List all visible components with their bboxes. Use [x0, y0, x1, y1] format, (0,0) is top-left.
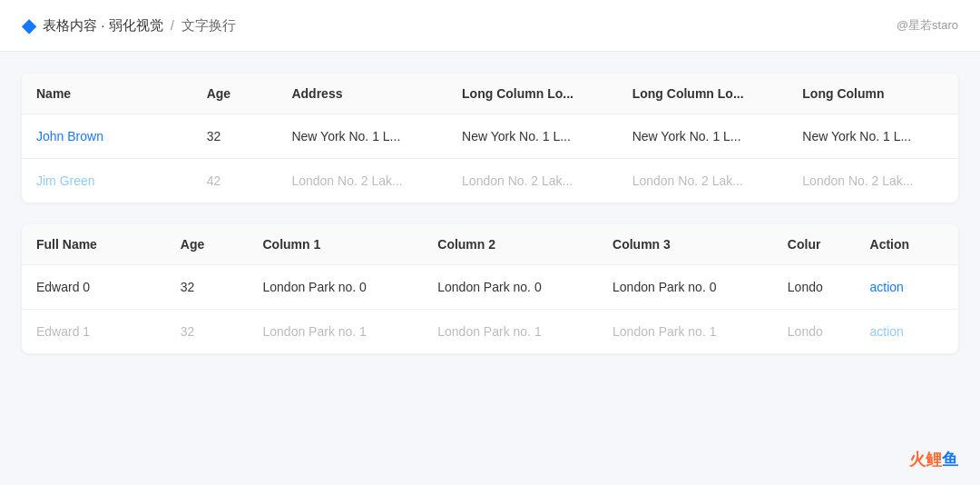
row2-long2: London No. 2 Lak... [618, 159, 789, 203]
table1-col-address: Address [277, 74, 447, 114]
row1-long2: New York No. 1 L... [618, 114, 789, 159]
t2-row2-col1: London Park no. 1 [248, 310, 423, 354]
table1-col-long2: Long Column Lo... [618, 74, 789, 114]
watermark: 火鲤鱼 [909, 449, 958, 470]
t2-row1-col3: London Park no. 0 [598, 265, 773, 310]
table2-container: Full Name Age Column 1 Column 2 Column 3… [22, 224, 958, 353]
table1-header-row: Name Age Address Long Column Lo... Long … [22, 74, 958, 114]
row1-long1: New York No. 1 L... [447, 114, 618, 159]
table-row: Jim Green 42 London No. 2 Lak... London … [22, 159, 958, 203]
table1-col-name: Name [22, 74, 192, 114]
table2-col-col1: Column 1 [248, 224, 423, 265]
table-row: Edward 1 32 London Park no. 1 London Par… [22, 310, 958, 354]
t2-row1-col4: Londo [773, 265, 856, 310]
watermark-fire: 火鲤 [909, 450, 942, 469]
row2-name[interactable]: Jim Green [22, 159, 192, 203]
t2-row2-fullname: Edward 1 [22, 310, 166, 354]
table2-col-action: Action [856, 224, 958, 265]
table-row: John Brown 32 New York No. 1 L... New Yo… [22, 114, 958, 159]
table2-col-fullname: Full Name [22, 224, 166, 265]
page: ◆ 表格内容 · 弱化视觉 / 文字换行 @星若staro Name Age A… [0, 0, 980, 485]
content: Name Age Address Long Column Lo... Long … [0, 52, 980, 375]
table2-col-col3: Column 3 [598, 224, 773, 265]
header-brand: @星若staro [897, 17, 958, 34]
row2-age: 42 [192, 159, 278, 203]
logo-icon: ◆ [22, 15, 35, 36]
table1-col-long1: Long Column Lo... [447, 74, 618, 114]
row1-long3: New York No. 1 L... [788, 114, 958, 159]
table1: Name Age Address Long Column Lo... Long … [22, 74, 958, 203]
table1-col-age: Age [192, 74, 278, 114]
t2-row2-col2: London Park no. 1 [423, 310, 598, 354]
header: ◆ 表格内容 · 弱化视觉 / 文字换行 @星若staro [0, 0, 980, 52]
t2-row1-age: 32 [166, 265, 249, 310]
t2-row1-fullname: Edward 0 [22, 265, 166, 310]
table-row: Edward 0 32 London Park no. 0 London Par… [22, 265, 958, 310]
t2-row1-col1: London Park no. 0 [248, 265, 423, 310]
row2-long3: London No. 2 Lak... [788, 159, 958, 203]
t2-row1-col2: London Park no. 0 [423, 265, 598, 310]
header-title: 表格内容 · 弱化视觉 / 文字换行 [43, 17, 236, 35]
table1-col-long3: Long Column [788, 74, 958, 114]
table1-container: Name Age Address Long Column Lo... Long … [22, 74, 958, 203]
table2: Full Name Age Column 1 Column 2 Column 3… [22, 224, 958, 353]
row2-long1: London No. 2 Lak... [447, 159, 618, 203]
row1-address: New York No. 1 L... [277, 114, 447, 159]
table2-col-age: Age [166, 224, 249, 265]
t2-row2-age: 32 [166, 310, 249, 354]
t2-row2-col3: London Park no. 1 [598, 310, 773, 354]
watermark-fish: 鱼 [942, 450, 958, 469]
row1-name[interactable]: John Brown [22, 114, 192, 159]
title-main: 表格内容 · 弱化视觉 [43, 17, 163, 33]
table2-col-col2: Column 2 [423, 224, 598, 265]
header-left: ◆ 表格内容 · 弱化视觉 / 文字换行 [22, 15, 236, 36]
t2-row2-action[interactable]: action [856, 310, 958, 354]
row1-age: 32 [192, 114, 278, 159]
t2-row2-col4: Londo [773, 310, 856, 354]
title-separator: / [171, 17, 178, 33]
title-subtitle: 文字换行 [181, 17, 236, 33]
t2-row1-action[interactable]: action [856, 265, 958, 310]
row2-address: London No. 2 Lak... [277, 159, 447, 203]
table2-col-col4: Colur [773, 224, 856, 265]
table2-header-row: Full Name Age Column 1 Column 2 Column 3… [22, 224, 958, 265]
